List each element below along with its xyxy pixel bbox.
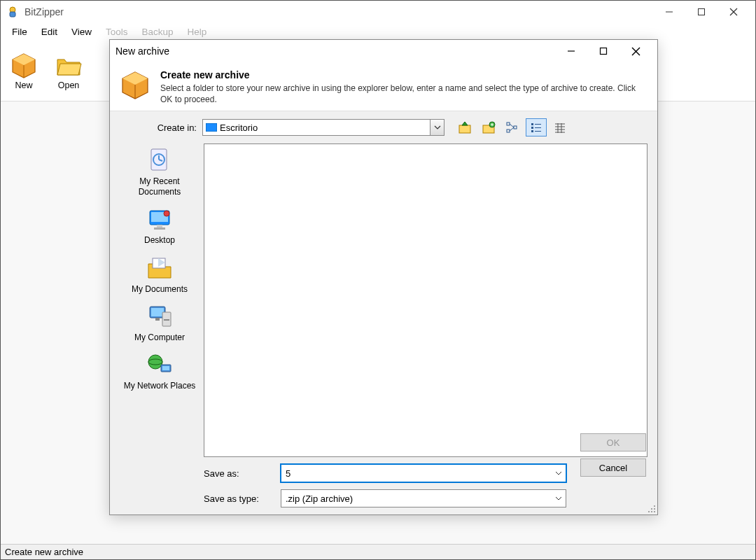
save-as-label: Save as: <box>204 468 274 479</box>
svg-line-29 <box>510 127 514 131</box>
create-in-value: Escritorio <box>220 122 430 133</box>
svg-rect-12 <box>601 48 607 55</box>
folder-open-icon <box>55 51 83 79</box>
save-as-field[interactable] <box>281 464 566 482</box>
menu-file[interactable]: File <box>5 24 34 39</box>
dialog-minimize-button[interactable] <box>555 41 587 62</box>
menu-backup[interactable]: Backup <box>135 24 181 39</box>
svg-rect-54 <box>151 308 164 316</box>
create-in-label: Create in: <box>120 122 197 133</box>
app-icon <box>6 6 19 18</box>
svg-rect-18 <box>206 123 217 132</box>
toolbar-open-label: Open <box>58 80 80 90</box>
svg-rect-31 <box>531 127 533 129</box>
recent-documents-icon <box>146 146 174 174</box>
dialog-buttons: OK Cancel <box>580 433 646 477</box>
svg-rect-30 <box>531 123 533 125</box>
dialog-heading: Create new archive <box>160 69 648 80</box>
documents-folder-icon <box>146 254 174 282</box>
svg-rect-49 <box>154 227 165 230</box>
svg-rect-1 <box>10 12 15 17</box>
svg-rect-55 <box>155 318 160 321</box>
toolbar-new-label: New <box>15 80 32 90</box>
svg-point-65 <box>648 511 650 512</box>
place-label: Desktop <box>144 235 175 245</box>
dialog-maximize-button[interactable] <box>587 41 620 62</box>
menu-tools[interactable]: Tools <box>99 24 135 39</box>
menu-view[interactable]: View <box>64 24 99 39</box>
svg-rect-61 <box>162 366 169 370</box>
svg-rect-19 <box>459 125 470 133</box>
window-controls <box>653 1 750 22</box>
svg-line-28 <box>510 124 514 127</box>
minimize-button[interactable] <box>653 1 685 22</box>
statusbar: Create new archive <box>1 544 755 559</box>
dialog-title: New archive <box>115 46 555 57</box>
create-in-row: Create in: Escritorio <box>120 118 648 136</box>
svg-rect-26 <box>507 130 510 132</box>
up-folder-icon[interactable] <box>454 118 475 136</box>
place-label: My Recent Documents <box>120 176 200 197</box>
save-as-input[interactable] <box>281 468 552 479</box>
dialog-window-controls <box>555 41 652 62</box>
dialog-header-text: Create new archive Select a folder to st… <box>160 69 648 105</box>
chevron-down-icon[interactable] <box>552 465 566 482</box>
details-view-icon[interactable] <box>550 118 570 136</box>
menu-help[interactable]: Help <box>181 24 214 39</box>
box-new-icon <box>10 51 38 79</box>
toolbar-new[interactable]: New <box>4 48 44 93</box>
place-desktop[interactable]: Desktop <box>120 205 200 245</box>
place-label: My Documents <box>132 284 188 294</box>
svg-rect-27 <box>514 126 517 129</box>
list-view-icon[interactable] <box>526 118 547 136</box>
place-label: My Network Places <box>124 381 196 391</box>
maximize-button[interactable] <box>685 1 718 22</box>
place-my-computer[interactable]: My Computer <box>120 302 200 342</box>
place-label: My Computer <box>134 332 185 342</box>
place-network[interactable]: My Network Places <box>120 351 200 391</box>
save-type-field[interactable]: .zip (Zip archive) <box>281 489 566 507</box>
svg-point-50 <box>164 211 169 216</box>
place-my-documents[interactable]: My Documents <box>120 254 200 294</box>
create-in-combo[interactable]: Escritorio <box>202 119 444 136</box>
resize-grip-icon[interactable] <box>646 503 656 513</box>
svg-rect-25 <box>507 122 510 125</box>
dialog-description: Select a folder to store your new archiv… <box>160 83 648 105</box>
chevron-down-icon[interactable] <box>430 120 444 135</box>
toolbar-icons <box>454 118 570 136</box>
menubar: File Edit View Tools Backup Help <box>1 23 755 40</box>
dialog-close-button[interactable] <box>620 41 652 62</box>
svg-rect-32 <box>531 130 533 132</box>
network-places-icon <box>146 351 174 379</box>
tree-view-icon[interactable] <box>502 118 523 136</box>
main-titlebar: BitZipper <box>1 1 755 23</box>
svg-rect-3 <box>699 9 705 15</box>
toolbar-open[interactable]: Open <box>48 48 89 93</box>
desktop-small-icon <box>206 123 217 132</box>
ok-button[interactable]: OK <box>580 433 646 451</box>
computer-icon <box>146 302 174 330</box>
app-title: BitZipper <box>24 6 653 18</box>
file-list[interactable] <box>204 144 648 457</box>
dialog-header: Create new archive Select a folder to st… <box>110 62 657 111</box>
close-button[interactable] <box>718 1 750 22</box>
svg-point-66 <box>651 511 652 512</box>
archive-box-icon <box>120 69 150 100</box>
new-folder-icon[interactable] <box>478 118 499 136</box>
save-type-label: Save as type: <box>204 493 274 504</box>
svg-point-67 <box>654 511 655 512</box>
svg-point-62 <box>654 505 655 507</box>
svg-rect-48 <box>157 225 162 227</box>
menu-edit[interactable]: Edit <box>34 24 64 39</box>
svg-point-63 <box>651 508 652 510</box>
explorer-row: My Recent Documents Desktop My Documents <box>120 144 648 457</box>
desktop-icon <box>146 205 174 233</box>
dialog-body: Create in: Escritorio <box>110 111 657 514</box>
place-recent-documents[interactable]: My Recent Documents <box>120 146 200 197</box>
chevron-down-icon[interactable] <box>552 490 566 507</box>
statusbar-text: Create new archive <box>5 547 83 557</box>
svg-point-58 <box>148 355 162 369</box>
cancel-button[interactable]: Cancel <box>580 458 646 477</box>
places-sidebar: My Recent Documents Desktop My Documents <box>120 144 200 457</box>
svg-rect-57 <box>164 319 169 321</box>
